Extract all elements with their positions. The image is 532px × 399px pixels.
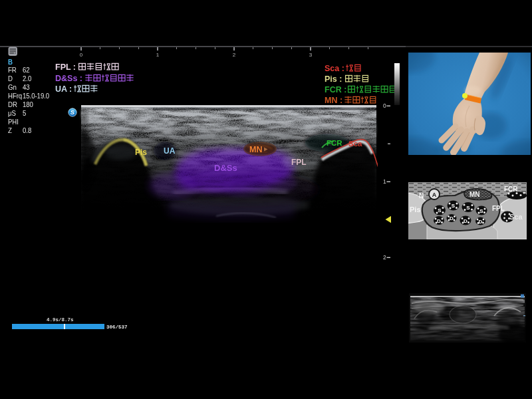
svg-text:FPL: FPL [492, 205, 505, 212]
svg-text:MN: MN [249, 145, 262, 154]
svg-text:Pis: Pis [135, 148, 147, 157]
svg-text:D: D [479, 219, 483, 225]
svg-text:MN: MN [469, 191, 480, 198]
svg-text:UA: UA [164, 146, 176, 156]
svg-text:Pis :: Pis : [325, 74, 342, 84]
svg-text:FCR :: FCR : [325, 85, 346, 94]
svg-text:D: D [450, 215, 454, 221]
svg-text:D: D [464, 218, 467, 224]
svg-text:D: D [437, 218, 441, 224]
svg-text:FCR: FCR [504, 186, 518, 193]
svg-text:FPL :: FPL : [55, 63, 76, 72]
svg-text:Sca :: Sca : [325, 64, 344, 73]
svg-text:1: 1 [383, 178, 386, 185]
svg-text:S: S [438, 207, 442, 213]
svg-text:A: A [432, 192, 437, 198]
svg-text:UA :: UA : [55, 84, 72, 94]
svg-text:2: 2 [233, 52, 236, 58]
svg-text:1: 1 [156, 52, 160, 58]
svg-text:N: N [419, 192, 424, 200]
svg-text:Sca: Sca [509, 213, 523, 221]
svg-text:3: 3 [309, 52, 313, 58]
svg-text:S: S [452, 203, 456, 209]
svg-text:S: S [466, 205, 470, 211]
svg-text:S: S [479, 208, 483, 214]
svg-text:2: 2 [383, 254, 386, 261]
svg-text:0: 0 [80, 52, 83, 58]
svg-text:Sca: Sca [348, 140, 362, 148]
svg-text:FCR: FCR [327, 139, 342, 147]
svg-text:D&Ss: D&Ss [214, 163, 237, 173]
svg-text:D&Ss :: D&Ss : [55, 74, 82, 83]
svg-text:FPL: FPL [291, 158, 307, 167]
svg-text:MN :: MN : [325, 96, 342, 105]
svg-text:0: 0 [383, 102, 386, 109]
svg-text:S: S [70, 108, 75, 116]
svg-text:Pis: Pis [410, 205, 421, 213]
